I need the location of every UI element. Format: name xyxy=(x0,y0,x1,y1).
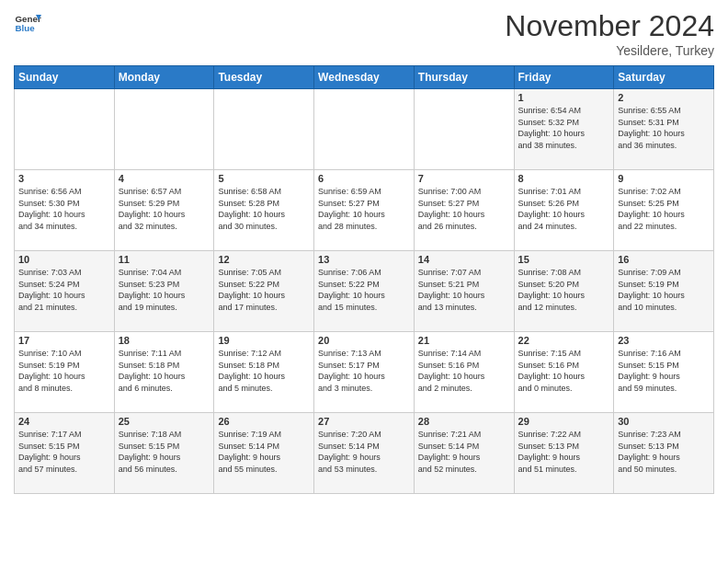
day-number: 20 xyxy=(318,335,410,346)
calendar-table: SundayMondayTuesdayWednesdayThursdayFrid… xyxy=(14,65,714,494)
calendar-cell: 25Sunrise: 7:18 AM Sunset: 5:15 PM Dayli… xyxy=(114,413,214,494)
day-number: 22 xyxy=(518,335,610,346)
day-number: 10 xyxy=(18,254,110,265)
week-row-1: 1Sunrise: 6:54 AM Sunset: 5:32 PM Daylig… xyxy=(15,89,714,170)
day-info: Sunrise: 7:21 AM Sunset: 5:14 PM Dayligh… xyxy=(418,429,510,475)
day-info: Sunrise: 7:19 AM Sunset: 5:14 PM Dayligh… xyxy=(218,429,310,475)
calendar-cell: 21Sunrise: 7:14 AM Sunset: 5:16 PM Dayli… xyxy=(414,332,514,413)
calendar-cell: 11Sunrise: 7:04 AM Sunset: 5:23 PM Dayli… xyxy=(114,251,214,332)
day-info: Sunrise: 7:16 AM Sunset: 5:15 PM Dayligh… xyxy=(618,348,710,394)
calendar-cell: 1Sunrise: 6:54 AM Sunset: 5:32 PM Daylig… xyxy=(514,89,614,170)
week-row-2: 3Sunrise: 6:56 AM Sunset: 5:30 PM Daylig… xyxy=(15,170,714,251)
day-info: Sunrise: 7:15 AM Sunset: 5:16 PM Dayligh… xyxy=(518,348,610,394)
day-info: Sunrise: 7:00 AM Sunset: 5:27 PM Dayligh… xyxy=(418,186,510,232)
calendar-cell xyxy=(15,89,115,170)
calendar-cell: 2Sunrise: 6:55 AM Sunset: 5:31 PM Daylig… xyxy=(614,89,714,170)
calendar-cell xyxy=(214,89,314,170)
day-number: 21 xyxy=(418,335,510,346)
calendar-cell: 26Sunrise: 7:19 AM Sunset: 5:14 PM Dayli… xyxy=(214,413,314,494)
day-info: Sunrise: 6:56 AM Sunset: 5:30 PM Dayligh… xyxy=(18,186,110,232)
week-row-4: 17Sunrise: 7:10 AM Sunset: 5:19 PM Dayli… xyxy=(15,332,714,413)
day-number: 17 xyxy=(18,335,110,346)
calendar-cell xyxy=(314,89,415,170)
day-info: Sunrise: 6:58 AM Sunset: 5:28 PM Dayligh… xyxy=(218,186,310,232)
day-number: 13 xyxy=(318,254,410,265)
title-block: November 2024 Yesildere, Turkey xyxy=(505,9,714,58)
day-info: Sunrise: 7:02 AM Sunset: 5:25 PM Dayligh… xyxy=(618,186,710,232)
day-number: 14 xyxy=(418,254,510,265)
header-cell-thursday: Thursday xyxy=(414,66,514,89)
day-number: 6 xyxy=(318,173,410,184)
location-subtitle: Yesildere, Turkey xyxy=(505,43,714,58)
calendar-cell: 15Sunrise: 7:08 AM Sunset: 5:20 PM Dayli… xyxy=(514,251,614,332)
calendar-cell: 20Sunrise: 7:13 AM Sunset: 5:17 PM Dayli… xyxy=(314,332,415,413)
day-info: Sunrise: 6:59 AM Sunset: 5:27 PM Dayligh… xyxy=(318,186,410,232)
calendar-cell: 19Sunrise: 7:12 AM Sunset: 5:18 PM Dayli… xyxy=(214,332,314,413)
day-number: 23 xyxy=(618,335,710,346)
day-number: 15 xyxy=(518,254,610,265)
calendar-cell: 16Sunrise: 7:09 AM Sunset: 5:19 PM Dayli… xyxy=(614,251,714,332)
calendar-cell: 7Sunrise: 7:00 AM Sunset: 5:27 PM Daylig… xyxy=(414,170,514,251)
day-number: 28 xyxy=(418,416,510,427)
day-number: 1 xyxy=(518,92,610,103)
day-number: 30 xyxy=(618,416,710,427)
month-title: November 2024 xyxy=(505,9,714,43)
logo-icon: General Blue xyxy=(14,9,41,37)
calendar-cell: 23Sunrise: 7:16 AM Sunset: 5:15 PM Dayli… xyxy=(614,332,714,413)
day-info: Sunrise: 7:07 AM Sunset: 5:21 PM Dayligh… xyxy=(418,267,510,313)
day-info: Sunrise: 7:12 AM Sunset: 5:18 PM Dayligh… xyxy=(218,348,310,394)
day-number: 9 xyxy=(618,173,710,184)
day-number: 26 xyxy=(218,416,310,427)
day-number: 29 xyxy=(518,416,610,427)
day-info: Sunrise: 7:08 AM Sunset: 5:20 PM Dayligh… xyxy=(518,267,610,313)
day-info: Sunrise: 7:22 AM Sunset: 5:13 PM Dayligh… xyxy=(518,429,610,475)
calendar-cell: 6Sunrise: 6:59 AM Sunset: 5:27 PM Daylig… xyxy=(314,170,415,251)
calendar-cell xyxy=(114,89,214,170)
header: General Blue November 2024 Yesildere, Tu… xyxy=(14,9,714,58)
header-cell-monday: Monday xyxy=(114,66,214,89)
day-number: 2 xyxy=(618,92,710,103)
day-info: Sunrise: 7:18 AM Sunset: 5:15 PM Dayligh… xyxy=(119,429,210,475)
day-number: 25 xyxy=(119,416,210,427)
calendar-cell: 17Sunrise: 7:10 AM Sunset: 5:19 PM Dayli… xyxy=(15,332,115,413)
svg-text:Blue: Blue xyxy=(16,23,36,33)
calendar-cell: 18Sunrise: 7:11 AM Sunset: 5:18 PM Dayli… xyxy=(114,332,214,413)
day-number: 16 xyxy=(618,254,710,265)
logo: General Blue xyxy=(14,9,41,37)
calendar-cell: 3Sunrise: 6:56 AM Sunset: 5:30 PM Daylig… xyxy=(15,170,115,251)
calendar-cell: 5Sunrise: 6:58 AM Sunset: 5:28 PM Daylig… xyxy=(214,170,314,251)
calendar-cell: 22Sunrise: 7:15 AM Sunset: 5:16 PM Dayli… xyxy=(514,332,614,413)
calendar-cell: 8Sunrise: 7:01 AM Sunset: 5:26 PM Daylig… xyxy=(514,170,614,251)
day-number: 18 xyxy=(119,335,210,346)
header-cell-saturday: Saturday xyxy=(614,66,714,89)
page: General Blue November 2024 Yesildere, Tu… xyxy=(0,0,728,508)
day-info: Sunrise: 7:05 AM Sunset: 5:22 PM Dayligh… xyxy=(218,267,310,313)
calendar-cell: 9Sunrise: 7:02 AM Sunset: 5:25 PM Daylig… xyxy=(614,170,714,251)
calendar-cell: 12Sunrise: 7:05 AM Sunset: 5:22 PM Dayli… xyxy=(214,251,314,332)
header-cell-tuesday: Tuesday xyxy=(214,66,314,89)
calendar-cell: 27Sunrise: 7:20 AM Sunset: 5:14 PM Dayli… xyxy=(314,413,415,494)
calendar-cell: 30Sunrise: 7:23 AM Sunset: 5:13 PM Dayli… xyxy=(614,413,714,494)
day-number: 8 xyxy=(518,173,610,184)
day-info: Sunrise: 7:13 AM Sunset: 5:17 PM Dayligh… xyxy=(318,348,410,394)
day-info: Sunrise: 7:11 AM Sunset: 5:18 PM Dayligh… xyxy=(119,348,210,394)
day-number: 3 xyxy=(18,173,110,184)
day-info: Sunrise: 6:55 AM Sunset: 5:31 PM Dayligh… xyxy=(618,105,710,151)
calendar-cell: 4Sunrise: 6:57 AM Sunset: 5:29 PM Daylig… xyxy=(114,170,214,251)
calendar-cell: 29Sunrise: 7:22 AM Sunset: 5:13 PM Dayli… xyxy=(514,413,614,494)
day-info: Sunrise: 7:06 AM Sunset: 5:22 PM Dayligh… xyxy=(318,267,410,313)
week-row-5: 24Sunrise: 7:17 AM Sunset: 5:15 PM Dayli… xyxy=(15,413,714,494)
header-cell-sunday: Sunday xyxy=(15,66,115,89)
header-cell-wednesday: Wednesday xyxy=(314,66,415,89)
day-number: 11 xyxy=(119,254,210,265)
day-info: Sunrise: 6:54 AM Sunset: 5:32 PM Dayligh… xyxy=(518,105,610,151)
day-number: 19 xyxy=(218,335,310,346)
day-info: Sunrise: 7:03 AM Sunset: 5:24 PM Dayligh… xyxy=(18,267,110,313)
day-number: 4 xyxy=(119,173,210,184)
calendar-cell: 28Sunrise: 7:21 AM Sunset: 5:14 PM Dayli… xyxy=(414,413,514,494)
day-info: Sunrise: 7:23 AM Sunset: 5:13 PM Dayligh… xyxy=(618,429,710,475)
day-number: 27 xyxy=(318,416,410,427)
header-row: SundayMondayTuesdayWednesdayThursdayFrid… xyxy=(15,66,714,89)
day-info: Sunrise: 7:09 AM Sunset: 5:19 PM Dayligh… xyxy=(618,267,710,313)
day-info: Sunrise: 6:57 AM Sunset: 5:29 PM Dayligh… xyxy=(119,186,210,232)
